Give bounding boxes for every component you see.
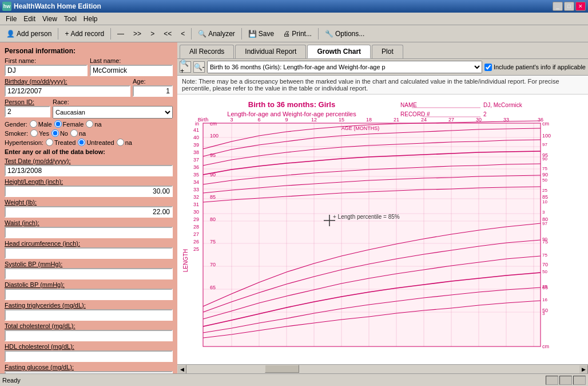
tab-growth-chart[interactable]: Growth Chart: [307, 45, 371, 58]
gender-female-radio[interactable]: [54, 120, 62, 128]
test-date-input[interactable]: [5, 165, 173, 176]
svg-text:6: 6: [257, 117, 260, 123]
head-circ-label: Head circumference (inch):: [5, 240, 173, 247]
tab-individual-report[interactable]: Individual Report: [235, 45, 306, 58]
nav-back-fast-button[interactable]: <<: [160, 28, 176, 40]
add-record-button[interactable]: + Add record: [61, 28, 108, 40]
waist-input[interactable]: [5, 227, 173, 238]
nav-forward-button[interactable]: >: [146, 28, 158, 40]
smoker-na-radio[interactable]: [70, 129, 78, 137]
menu-edit[interactable]: Edit: [20, 14, 39, 24]
zoom-in-button[interactable]: 🔍+: [180, 61, 191, 73]
include-patient-info-label[interactable]: Include patient's info if applicable: [484, 64, 586, 71]
scroll-left-button[interactable]: ◀: [177, 365, 186, 374]
svg-text:18: 18: [366, 117, 372, 123]
hypertension-na-radio[interactable]: [117, 139, 124, 146]
maximize-button[interactable]: □: [564, 2, 574, 11]
gender-na-radio[interactable]: [86, 120, 93, 128]
zoom-out-button[interactable]: 🔍-: [193, 61, 205, 73]
analyzer-button[interactable]: 🔍 Analyzer: [194, 28, 239, 40]
diastolic-input[interactable]: [5, 289, 173, 300]
print-icon: 🖨: [283, 30, 290, 38]
minimize-button[interactable]: _: [553, 2, 563, 11]
tab-all-records[interactable]: All Records: [180, 45, 234, 58]
menu-help[interactable]: Help: [80, 14, 101, 24]
gender-na-label[interactable]: na: [86, 120, 101, 128]
hypertension-untreated-label[interactable]: Untreated: [78, 139, 114, 146]
save-toolbar-button[interactable]: 💾 Save: [244, 28, 278, 40]
smoker-no-label[interactable]: No: [51, 129, 68, 137]
status-box-3: [573, 376, 586, 385]
menu-file[interactable]: File: [2, 14, 20, 24]
svg-text:15: 15: [339, 117, 344, 123]
nav-back-button[interactable]: <: [177, 28, 189, 40]
hypertension-na-label[interactable]: na: [117, 139, 132, 146]
birthday-label: Birthday (mo/dd/yyyy):: [5, 78, 130, 85]
gender-male-radio[interactable]: [30, 120, 37, 128]
svg-text:28: 28: [193, 224, 199, 230]
gender-female-label[interactable]: Female: [54, 120, 84, 128]
svg-text:12: 12: [311, 117, 317, 123]
smoker-yes-label[interactable]: Yes: [30, 129, 49, 137]
add-person-button[interactable]: 👤 Add person: [2, 28, 55, 40]
horizontal-scrollbar[interactable]: ◀ ▶: [177, 364, 588, 373]
enter-data-label: Enter any or all of the data below:: [5, 148, 173, 155]
systolic-input[interactable]: [5, 268, 173, 279]
race-select[interactable]: Caucasian African American Hispanic Asia…: [53, 106, 173, 119]
toolbar-separator-4: [241, 28, 242, 40]
chart-type-select[interactable]: Birth to 36 months (Girls): Length-for-a…: [207, 61, 482, 73]
svg-text:cm: cm: [210, 121, 217, 127]
hypertension-untreated-radio[interactable]: [78, 139, 85, 146]
smoker-no-radio[interactable]: [51, 129, 59, 137]
chart-area[interactable]: Birth to 36 months: Girls Length-for-age…: [177, 94, 588, 364]
svg-text:9: 9: [285, 117, 288, 123]
svg-text:+ Length percentile = 85%: + Length percentile = 85%: [333, 214, 400, 220]
hdl-input[interactable]: [5, 350, 173, 362]
height-input[interactable]: [5, 186, 173, 197]
toolbar-separator-3: [191, 28, 192, 40]
add-person-icon: 👤: [6, 30, 15, 38]
plus-icon: +: [65, 30, 69, 38]
print-button[interactable]: 🖨 Print...: [279, 28, 316, 40]
scroll-track[interactable]: [186, 365, 579, 373]
svg-text:75: 75: [542, 166, 547, 171]
options-button[interactable]: 🔧 Options...: [321, 28, 368, 40]
gender-male-label[interactable]: Male: [30, 120, 52, 128]
hypertension-row: Hypertension: Treated Untreated na: [5, 139, 173, 146]
menu-view[interactable]: View: [39, 14, 61, 24]
fasting-glucose-input[interactable]: [5, 371, 173, 373]
birthday-input[interactable]: [5, 85, 130, 97]
fasting-trig-input[interactable]: [5, 309, 173, 321]
status-bar: Ready: [0, 373, 588, 386]
head-circ-input[interactable]: [5, 247, 173, 259]
options-icon: 🔧: [325, 30, 333, 38]
weight-input[interactable]: [5, 206, 173, 218]
last-name-input[interactable]: [90, 65, 173, 76]
nav-forward-fast-button[interactable]: >>: [129, 28, 145, 40]
last-name-label: Last name:: [90, 57, 173, 64]
first-name-input[interactable]: [5, 65, 88, 76]
svg-text:DJ, McCormick: DJ, McCormick: [483, 102, 523, 108]
hypertension-treated-label[interactable]: Treated: [46, 139, 76, 146]
scroll-right-button[interactable]: ▶: [579, 365, 588, 374]
menu-tool[interactable]: Tool: [61, 14, 80, 24]
age-input[interactable]: [133, 85, 173, 97]
tab-plot[interactable]: Plot: [372, 45, 403, 58]
svg-text:Birth: Birth: [198, 117, 209, 123]
nav-remove-button[interactable]: —: [113, 28, 128, 40]
smoker-na-label[interactable]: na: [70, 129, 86, 137]
smoker-yes-radio[interactable]: [30, 129, 38, 137]
svg-text:cm: cm: [542, 344, 549, 349]
scroll-thumb[interactable]: [265, 365, 299, 373]
include-patient-info-checkbox[interactable]: [484, 64, 492, 71]
person-id-input[interactable]: [5, 106, 50, 117]
close-button[interactable]: ✕: [575, 2, 586, 11]
status-box-2: [559, 376, 572, 385]
hypertension-treated-radio[interactable]: [46, 139, 53, 146]
total-chol-input[interactable]: [5, 330, 173, 341]
smoker-label: Smoker:: [5, 130, 28, 137]
growth-chart-svg: Birth to 36 months: Girls Length-for-age…: [177, 94, 572, 364]
svg-text:16: 16: [542, 297, 547, 302]
weight-label: Weight (lb):: [5, 199, 173, 206]
svg-text:33: 33: [193, 187, 199, 192]
